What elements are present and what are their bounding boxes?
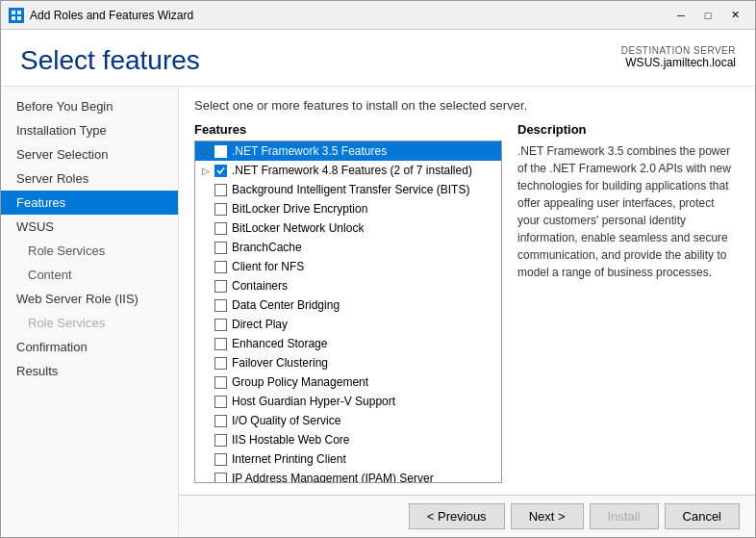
sidebar-item-results: Results [1,359,178,383]
sidebar-item-server-roles[interactable]: Server Roles [1,167,178,191]
svg-rect-0 [12,11,15,14]
feature-item-direct-play[interactable]: Direct Play [195,315,501,334]
features-list-section: Features ▷.NET Framework 3.5 Features▷.N… [194,122,502,483]
sidebar-item-before-you-begin[interactable]: Before You Begin [1,94,178,118]
feature-checkbox-host-guardian[interactable] [214,396,227,408]
feature-checkbox-client-nfs[interactable] [214,261,227,273]
window-title: Add Roles and Features Wizard [30,9,668,22]
minimize-button[interactable]: ─ [668,6,693,25]
feature-checkbox-branchcache[interactable] [214,242,227,254]
feature-checkbox-ipam[interactable] [214,473,227,483]
main-body: Select one or more features to install o… [179,87,755,495]
feature-item-net48[interactable]: ▷.NET Framework 4.8 Features (2 of 7 ins… [195,161,501,180]
feature-label-internet-printing: Internet Printing Client [232,452,346,466]
feature-label-host-guardian: Host Guardian Hyper-V Support [232,395,395,408]
svg-rect-1 [17,11,21,14]
feature-item-io-qos[interactable]: I/O Quality of Service [195,411,501,430]
feature-label-branchcache: BranchCache [232,241,302,254]
sidebar-item-server-selection[interactable]: Server Selection [1,142,178,167]
feature-label-dcb: Data Center Bridging [232,298,340,312]
previous-button[interactable]: < Previous [409,503,505,529]
app-icon [9,8,24,23]
sidebar-item-web-server-role: Web Server Role (IIS) [1,287,178,311]
sidebar-item-confirmation: Confirmation [1,335,178,359]
feature-item-bits[interactable]: Background Intelligent Transfer Service … [195,180,501,199]
main-panel: Select one or more features to install o… [179,87,755,537]
sidebar-item-role-services-2: Role Services [1,311,178,335]
feature-label-iis-hostable: IIS Hostable Web Core [232,433,350,447]
feature-item-net35[interactable]: ▷.NET Framework 3.5 Features [195,141,501,161]
feature-label-io-qos: I/O Quality of Service [232,414,340,427]
feature-item-iis-hostable[interactable]: IIS Hostable Web Core [195,430,501,449]
close-button[interactable]: ✕ [722,6,747,25]
next-button[interactable]: Next > [511,503,584,529]
feature-item-containers[interactable]: Containers [195,276,501,295]
instruction-text: Select one or more features to install o… [194,98,740,113]
feature-item-ipam[interactable]: IP Address Management (IPAM) Server [195,469,501,482]
feature-item-host-guardian[interactable]: Host Guardian Hyper-V Support [195,392,501,411]
feature-label-group-policy: Group Policy Management [232,375,368,389]
feature-checkbox-bitlocker-unlock[interactable] [214,222,227,235]
feature-checkbox-failover-clustering[interactable] [214,357,227,370]
description-label: Description [517,122,740,137]
feature-item-failover-clustering[interactable]: Failover Clustering [195,353,501,372]
main-window: Add Roles and Features Wizard ─ □ ✕ Sele… [0,0,756,538]
feature-item-client-nfs[interactable]: Client for NFS [195,257,501,276]
feature-label-bitlocker: BitLocker Drive Encryption [232,202,367,216]
feature-checkbox-io-qos[interactable] [214,415,227,427]
feature-item-bitlocker[interactable]: BitLocker Drive Encryption [195,199,501,218]
sidebar-item-wsus[interactable]: WSUS [1,215,178,239]
feature-checkbox-group-policy[interactable] [214,376,227,389]
feature-item-bitlocker-unlock[interactable]: BitLocker Network Unlock [195,218,501,238]
window-controls: ─ □ ✕ [668,6,747,25]
feature-label-direct-play: Direct Play [232,318,288,331]
install-button[interactable]: Install [590,503,659,529]
feature-checkbox-bitlocker[interactable] [214,203,227,216]
feature-checkbox-net35[interactable] [214,145,227,158]
feature-item-branchcache[interactable]: BranchCache [195,238,501,257]
feature-checkbox-dcb[interactable] [214,299,227,312]
sidebar-item-installation-type[interactable]: Installation Type [1,118,178,142]
svg-rect-2 [12,16,15,20]
footer: < Previous Next > Install Cancel [179,495,755,537]
expand-icon-net35[interactable]: ▷ [199,144,213,158]
destination-value: WSUS.jamiltech.local [621,56,736,69]
destination-server-info: DESTINATION SERVER WSUS.jamiltech.local [621,45,736,69]
content-area: Before You BeginInstallation TypeServer … [1,87,755,537]
description-text: .NET Framework 3.5 combines the power of… [517,142,740,281]
feature-label-bits: Background Intelligent Transfer Service … [232,183,469,196]
feature-item-group-policy[interactable]: Group Policy Management [195,372,501,392]
feature-label-net48: .NET Framework 4.8 Features (2 of 7 inst… [232,164,472,177]
feature-checkbox-internet-printing[interactable] [214,453,227,466]
expand-icon-net48[interactable]: ▷ [199,164,213,177]
feature-checkbox-containers[interactable] [214,280,227,293]
svg-rect-3 [17,16,21,20]
title-bar: Add Roles and Features Wizard ─ □ ✕ [1,1,755,30]
page-header: Select features DESTINATION SERVER WSUS.… [1,30,755,87]
feature-label-failover-clustering: Failover Clustering [232,356,328,370]
description-section: Description .NET Framework 3.5 combines … [517,122,740,483]
features-label: Features [194,122,502,137]
features-list-wrapper: ▷.NET Framework 3.5 Features▷.NET Framew… [194,141,502,483]
feature-checkbox-bits[interactable] [214,184,227,196]
feature-item-dcb[interactable]: Data Center Bridging [195,295,501,315]
feature-item-internet-printing[interactable]: Internet Printing Client [195,449,501,469]
feature-item-enhanced-storage[interactable]: Enhanced Storage [195,334,501,353]
feature-checkbox-iis-hostable[interactable] [214,434,227,447]
features-list[interactable]: ▷.NET Framework 3.5 Features▷.NET Framew… [195,141,501,482]
feature-label-ipam: IP Address Management (IPAM) Server [232,472,434,482]
cancel-button[interactable]: Cancel [665,503,740,529]
sidebar-item-features[interactable]: Features [1,191,178,215]
sidebar: Before You BeginInstallation TypeServer … [1,87,179,537]
feature-label-bitlocker-unlock: BitLocker Network Unlock [232,221,364,235]
sidebar-item-content[interactable]: Content [1,263,178,287]
maximize-button[interactable]: □ [695,6,720,25]
feature-label-net35: .NET Framework 3.5 Features [232,144,387,158]
feature-checkbox-net48[interactable] [214,165,227,177]
features-container: Features ▷.NET Framework 3.5 Features▷.N… [194,122,740,483]
sidebar-item-role-services[interactable]: Role Services [1,239,178,263]
feature-checkbox-direct-play[interactable] [214,319,227,331]
feature-checkbox-enhanced-storage[interactable] [214,338,227,350]
feature-label-client-nfs: Client for NFS [232,260,304,273]
destination-label: DESTINATION SERVER [621,45,736,56]
